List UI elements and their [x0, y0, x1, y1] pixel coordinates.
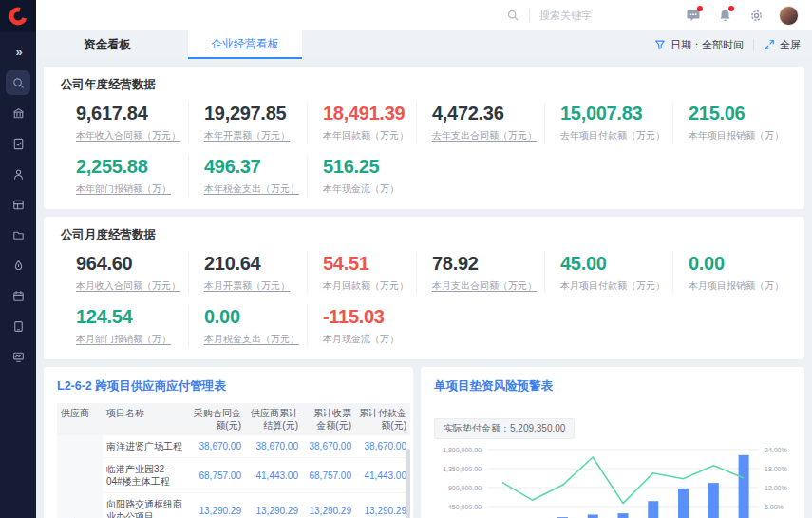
- avatar[interactable]: [779, 6, 799, 26]
- messages-button[interactable]: [685, 7, 702, 24]
- kpi-cell: 964.60本月收入合同额（万元）: [61, 252, 188, 294]
- water-drop-alert-icon: [11, 259, 26, 273]
- kpi-label[interactable]: 本年收入合同额（万元）: [76, 129, 180, 143]
- search-icon: [506, 9, 519, 22]
- amount-cell: 38,670.00: [355, 435, 410, 458]
- amount-cell: 38,670.00: [302, 435, 355, 458]
- date-filter-button[interactable]: 日期：全部时间: [654, 38, 744, 52]
- kpi-label[interactable]: 本月税金支出（万元）: [204, 333, 299, 346]
- topbar: 搜索关键字: [36, 0, 812, 30]
- main-content: 公司年度经营数据 9,617.84本年收入合同额（万元）19,297.85本年开…: [36, 59, 812, 518]
- bar[interactable]: [739, 455, 749, 518]
- date-filter-label: 日期：全部时间: [670, 38, 744, 52]
- kpi-label: 本年回款额（万元）: [323, 129, 408, 143]
- kpi-cell: 2,255.88本年部门报销额（万）: [61, 155, 188, 197]
- sidebar-item-approval[interactable]: [6, 162, 30, 186]
- kpi-label[interactable]: 本年部门报销额（万）: [76, 182, 180, 196]
- kpi-cell: 15,007.83去年项目付款额（万元）: [544, 102, 672, 144]
- project-name-cell: 向阳路交通枢纽商业办公项目: [103, 493, 190, 518]
- right-axis-tick: 24.00%: [765, 447, 787, 453]
- kpi-cell: 78.92本月支出合同额（万元）: [416, 252, 544, 294]
- column-header: 供应商累计结算(元): [245, 403, 302, 435]
- sidebar-item-projects[interactable]: [6, 222, 30, 247]
- bar[interactable]: [588, 514, 598, 518]
- document-check-icon: [11, 137, 26, 151]
- kpi-label[interactable]: 本年开票额（万元）: [204, 129, 299, 143]
- kpi-value: 0.00: [689, 253, 784, 275]
- notification-dot: [697, 6, 703, 11]
- kpi-label: 本月现金流（万）: [323, 333, 408, 346]
- kpi-cell: 0.00本月项目报销额（万）: [672, 252, 791, 294]
- kpi-label[interactable]: 本月支出合同额（万元）: [432, 279, 537, 293]
- sidebar-collapse-button[interactable]: »: [15, 45, 20, 59]
- app-logo[interactable]: [0, 0, 36, 32]
- sidebar-item-device[interactable]: [6, 314, 30, 338]
- tab-enterprise-board[interactable]: 企业经营看板: [188, 30, 302, 59]
- kpi-label[interactable]: 本月收入合同额（万元）: [76, 279, 180, 293]
- kpi-cell: -115.03本月现金流（万）: [307, 305, 416, 347]
- search-input[interactable]: 搜索关键字: [539, 9, 646, 23]
- column-header: 供应商: [57, 403, 103, 435]
- sidebar-item-schedule[interactable]: [6, 283, 30, 308]
- table-scrollbar[interactable]: [406, 449, 410, 518]
- sidebar-item-report[interactable]: [6, 131, 30, 156]
- kpi-label[interactable]: 本月部门报销额（万）: [76, 333, 180, 346]
- notification-dot: [728, 6, 734, 11]
- board-title[interactable]: 资金看板: [84, 37, 131, 53]
- kpi-cell: 215.06本年项目报销额（万）: [672, 102, 791, 144]
- fullscreen-button[interactable]: 全屏: [764, 38, 801, 52]
- sidebar-item-monitor[interactable]: [6, 344, 30, 369]
- supplier-payables-card: L2-6-2 跨项目供应商应付管理表 供应商项目名称采购合同金额(元)供应商累计…: [44, 367, 413, 518]
- chart-title: 单项目垫资风险预警表: [434, 378, 793, 394]
- amount-cell: 41,443.00: [355, 458, 410, 493]
- kpi-value: 2,255.88: [76, 156, 180, 178]
- sidebar: »: [0, 0, 36, 518]
- kpi-value: 15,007.83: [560, 103, 665, 125]
- sidebar-item-ledger[interactable]: [6, 192, 30, 217]
- kpi-label: 本月回款额（万元）: [323, 279, 408, 293]
- kpi-value: 215.06: [689, 103, 784, 125]
- sidebar-item-risk[interactable]: [6, 253, 30, 278]
- kpi-value: 4,472.36: [432, 103, 537, 125]
- kpi-cell: 0.00本月税金支出（万元）: [188, 305, 307, 347]
- bar-line-chart[interactable]: 1,800,000.0024.00%1,350,000.0018.00%900,…: [434, 442, 791, 518]
- bar[interactable]: [648, 501, 658, 518]
- right-axis-tick: 6.00%: [765, 504, 784, 510]
- bar[interactable]: [678, 489, 689, 518]
- left-axis-tick: 1,800,000.00: [443, 447, 482, 453]
- left-axis-tick: 1,350,000.00: [443, 466, 482, 472]
- amount-cell: 41,443.00: [245, 458, 302, 493]
- kpi-label[interactable]: 本月开票额（万元）: [204, 279, 299, 293]
- bar[interactable]: [708, 483, 719, 518]
- tab-strip: 资金看板 企业经营看板 日期：全部时间 全屏: [36, 30, 812, 59]
- kpi-value: 964.60: [76, 253, 180, 275]
- kpi-label: 本月项目付款额（万元）: [560, 279, 665, 293]
- amount-cell: 38,670.00: [245, 435, 302, 458]
- folder-icon: [11, 228, 26, 242]
- monitor-chart-icon: [11, 350, 26, 364]
- supplier-payables-table: 供应商项目名称采购合同金额(元)供应商累计结算(元)累计收票金额(元)累计付款金…: [57, 403, 410, 518]
- kpi-label[interactable]: 本年税金支出（万元）: [204, 182, 299, 196]
- filter-funnel-icon: [654, 39, 666, 50]
- kpi-label: 本月项目报销额（万）: [689, 279, 784, 293]
- calendar-icon: [11, 289, 26, 303]
- kpi-value: 78.92: [432, 253, 537, 275]
- notifications-button[interactable]: [716, 7, 733, 24]
- kpi-value: 19,297.85: [204, 103, 299, 125]
- global-search[interactable]: 搜索关键字: [506, 9, 646, 23]
- project-name-cell: 临港产业园32—04#楼主体工程: [103, 458, 190, 493]
- bar[interactable]: [618, 513, 629, 518]
- ratio-line[interactable]: [502, 457, 744, 504]
- kpi-cell: 210.64本月开票额（万元）: [188, 252, 307, 294]
- kpi-cell: 45.00本月项目付款额（万元）: [544, 252, 672, 294]
- kpi-cell: 124.54本月部门报销额（万）: [61, 305, 188, 347]
- kpi-cell: 4,472.36去年支出合同额（万元）: [416, 102, 544, 144]
- settings-button[interactable]: [747, 7, 765, 24]
- annual-kpi-card: 公司年度经营数据 9,617.84本年收入合同额（万元）19,297.85本年开…: [44, 67, 804, 209]
- sidebar-item-search[interactable]: [6, 70, 30, 95]
- search-icon: [11, 76, 26, 90]
- kpi-label: 去年项目付款额（万元）: [560, 129, 665, 143]
- amount-cell: 68,757.00: [302, 458, 355, 493]
- sidebar-item-bank[interactable]: [6, 101, 30, 125]
- kpi-label[interactable]: 去年支出合同额（万元）: [432, 129, 537, 143]
